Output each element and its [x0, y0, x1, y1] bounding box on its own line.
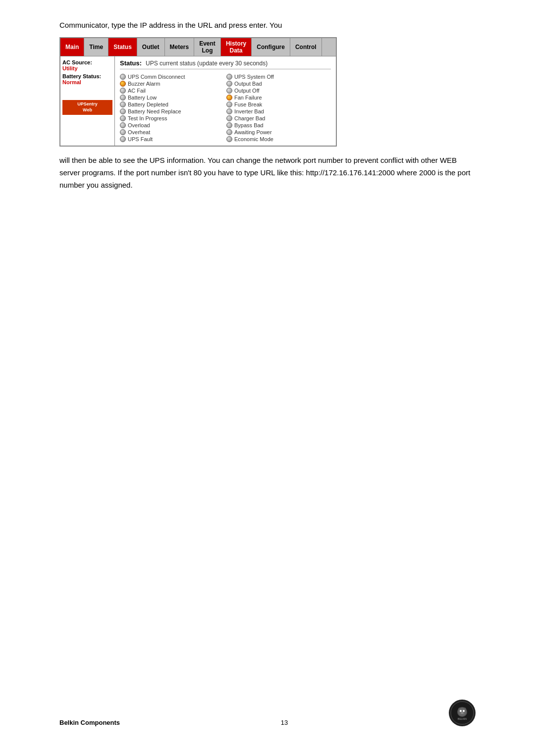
list-item: Bypass Bad [226, 122, 331, 129]
tab-history-data[interactable]: HistoryData [221, 38, 252, 56]
list-item: Overheat [120, 129, 224, 136]
item-label: Battery Low [128, 95, 157, 101]
item-label: Output Bad [234, 81, 262, 87]
status-icon [226, 101, 232, 107]
list-item: Awaiting Power [226, 129, 331, 136]
battery-status-label: Battery Status: [62, 73, 112, 79]
item-label: UPS System Off [234, 74, 274, 80]
belkin-logo-svg: BELKIN [450, 701, 474, 725]
status-icon [226, 88, 232, 94]
list-item: Battery Depleted [120, 101, 224, 108]
list-item: Overload [120, 122, 224, 129]
nav-bar: Main Time Status Outlet Meters EventLog … [60, 38, 336, 57]
status-column-left: UPS Comm Disconnect Buzzer Alarm AC Fail [120, 73, 224, 143]
svg-point-5 [460, 710, 462, 712]
list-item: Battery Need Replace [120, 108, 224, 115]
status-icon [120, 74, 126, 80]
list-item: Buzzer Alarm [120, 80, 224, 87]
item-label: Economic Mode [234, 136, 273, 142]
status-icon [226, 74, 232, 80]
status-icon [226, 108, 232, 114]
list-item: Fuse Break [226, 101, 331, 108]
list-item: Output Bad [226, 80, 331, 87]
list-item: Inverter Bad [226, 108, 331, 115]
list-item: Fan Failure [226, 94, 331, 101]
list-item: AC Fail [120, 87, 224, 94]
footer-page-number: 13 [120, 719, 449, 726]
item-label: Battery Need Replace [128, 108, 181, 114]
status-icon [120, 108, 126, 114]
status-header: Status: UPS current status (update every… [120, 59, 331, 69]
tab-configure[interactable]: Configure [252, 38, 290, 56]
status-icon [226, 129, 232, 135]
battery-status-value: Normal [62, 79, 112, 85]
status-icon [226, 122, 232, 128]
list-item: Output Off [226, 87, 331, 94]
tab-event-log[interactable]: EventLog [194, 38, 221, 56]
status-icon [226, 81, 232, 87]
belkin-logo: BELKIN [449, 700, 476, 726]
footer-brand: Belkin Components [59, 719, 120, 726]
sidebar: AC Source: Utility Battery Status: Norma… [60, 56, 115, 146]
item-label: Awaiting Power [234, 129, 272, 135]
list-item: UPS Comm Disconnect [120, 73, 224, 80]
ups-panel: Main Time Status Outlet Meters EventLog … [59, 37, 337, 147]
status-icon [120, 81, 126, 87]
svg-point-6 [463, 710, 465, 712]
sidebar-logo: UPSentry Web [62, 100, 112, 114]
item-label: Battery Depleted [128, 101, 168, 107]
tab-meters[interactable]: Meters [165, 38, 195, 56]
item-label: Bypass Bad [234, 122, 264, 128]
item-label: UPS Comm Disconnect [128, 74, 185, 80]
status-icon [120, 95, 126, 101]
ac-source-label: AC Source: [62, 59, 112, 65]
item-label: Overload [128, 122, 150, 128]
item-label: Inverter Bad [234, 108, 264, 114]
item-label: Fuse Break [234, 101, 262, 107]
tab-time[interactable]: Time [84, 38, 108, 56]
status-label: Status: [120, 59, 142, 67]
status-icon [226, 136, 232, 142]
intro-text: Communicator, type the IP address in the… [59, 20, 476, 31]
status-grid: UPS Comm Disconnect Buzzer Alarm AC Fail [120, 73, 331, 143]
list-item: UPS Fault [120, 136, 224, 143]
status-icon [120, 129, 126, 135]
body-text: will then be able to see the UPS informa… [59, 154, 476, 191]
item-label: Charger Bad [234, 115, 265, 121]
item-label: Fan Failure [234, 95, 262, 101]
tab-main[interactable]: Main [60, 38, 84, 56]
item-label: Buzzer Alarm [128, 81, 160, 87]
main-panel-content: Status: UPS current status (update every… [115, 56, 336, 146]
status-column-right: UPS System Off Output Bad Output Off [226, 73, 331, 143]
item-label: Overheat [128, 129, 150, 135]
tab-control[interactable]: Control [290, 38, 322, 56]
status-icon [120, 88, 126, 94]
ac-source-value: Utility [62, 65, 112, 71]
logo-line2: Web [64, 107, 111, 113]
status-icon [226, 95, 232, 101]
panel-body: AC Source: Utility Battery Status: Norma… [60, 56, 336, 146]
tab-status[interactable]: Status [108, 38, 137, 56]
svg-point-7 [461, 712, 464, 714]
item-label: Test In Progress [128, 115, 167, 121]
status-icon [120, 122, 126, 128]
list-item: Test In Progress [120, 115, 224, 122]
svg-text:BELKIN: BELKIN [458, 717, 467, 720]
status-icon [120, 101, 126, 107]
list-item: UPS System Off [226, 73, 331, 80]
status-icon [120, 115, 126, 121]
item-label: AC Fail [128, 88, 146, 94]
tab-outlet[interactable]: Outlet [137, 38, 165, 56]
item-label: Output Off [234, 88, 260, 94]
footer: Belkin Components 13 BELKIN [59, 700, 476, 726]
list-item: Battery Low [120, 94, 224, 101]
item-label: UPS Fault [128, 136, 153, 142]
page-content: Communicator, type the IP address in the… [59, 20, 476, 192]
logo-line1: UPSentry [64, 101, 111, 107]
status-icon [226, 115, 232, 121]
status-icon [120, 136, 126, 142]
list-item: Economic Mode [226, 136, 331, 143]
status-description: UPS current status (update every 30 seco… [146, 60, 268, 67]
list-item: Charger Bad [226, 115, 331, 122]
